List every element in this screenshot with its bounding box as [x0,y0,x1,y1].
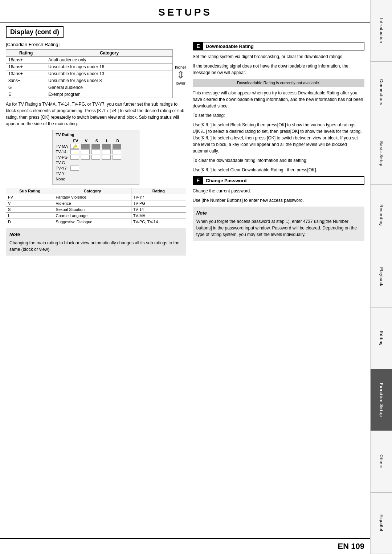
canadian-rating-table: Rating Category 18ans+Adult audience onl… [6,49,173,98]
section-e-text2: If the broadcasting signal does not have… [193,63,364,76]
page-title: SETUPS [0,0,370,23]
sub-rating-cell: V [6,200,54,207]
section-f-text2: Use [the Number Buttons] to enter new ac… [193,197,364,204]
sub-col-rating: Rating [131,188,186,194]
sub-rating-cell: TV-Y7 [131,194,186,200]
tv-14-fv [70,149,79,154]
sub-rating-cell: TV-14 [131,207,186,213]
lower-label: lower [176,81,185,85]
tv-col-empty [56,138,70,143]
tv-pg-s [91,155,100,160]
sidebar-tab-recording[interactable]: Recording [371,185,392,247]
section-e-info-box: Downloadable Rating is currently not ava… [193,79,364,87]
tv-pg-label: TV-PG [56,155,70,160]
canadian-rating-row-category: General audience [46,84,173,91]
page-number: EN 109 [338,542,364,551]
tv-14-d [113,149,121,154]
section-e-text3: This message will also appear when you t… [193,90,364,109]
note-text-left: Changing the main rating to block or vie… [9,240,183,253]
tv-y-label: TV-Y [56,171,70,176]
note-box-right: Note When you forget the access password… [193,207,364,241]
canadian-rating-row-rating: 16ans+ [6,64,46,70]
sub-col-category: Category [54,188,131,194]
section-f-badge: F [193,177,203,184]
sub-rating-cell: Fantasy Violence [54,194,131,200]
canadian-rating-row-category: Unsuitable for ages under 8 [46,77,173,84]
sidebar-tab-function-setup[interactable]: Function Setup [371,369,392,431]
note-title-left: Note [9,231,183,238]
tv-g-label: TV-G [56,160,70,165]
tv-pg-d [113,155,121,160]
sub-rating-cell: TV-PG, TV-14 [131,219,186,225]
section-title: Display (cont d) [6,26,64,38]
section-f-text1: Change the current password. [193,188,364,194]
section-e-to-set-text: Use[K /L ] to select Block Setting then … [193,122,364,154]
section-e-to-clear-title: To clear the downloadable rating informa… [193,157,364,164]
tv-14-s [91,149,100,154]
sub-rating-cell: Suggestive Dialogue [54,219,131,225]
tv-14-l [102,149,111,154]
sub-rating-cell: S [6,207,54,213]
tv-ma-s [91,144,100,149]
tv-g-empty [70,160,123,165]
tv-col-l: L [102,138,112,143]
sidebar-tab-editing[interactable]: Editing [371,308,392,370]
sub-rating-cell: FV [6,194,54,200]
section-e-badge: E [193,42,203,50]
tv-none-label: None [56,176,70,182]
tv-col-d: D [113,138,123,143]
sub-rating-cell: L [6,213,54,219]
tv-col-s: S [91,138,102,143]
note-box-left: Note Changing the main rating to block o… [6,228,186,256]
sidebar-tab-connections[interactable]: Connections [371,62,392,123]
sidebar-tab-others[interactable]: Others [371,431,392,493]
tv-14-v [81,149,90,154]
tv-ma-v [81,144,90,149]
canadian-rating-row-category: Unsuitable for ages under 13 [46,70,173,77]
tv-ma-d [113,144,121,149]
note-text-right: When you forget the access password at s… [196,218,361,238]
tv-14-label: TV-14 [56,149,70,154]
sub-rating-cell: TV-PG [131,200,186,207]
tv-y7-label: TV-Y7 [56,166,70,171]
tv-ma-label: TV-MA [56,144,70,149]
sidebar-tab-basic-setup[interactable]: Basic Setup [371,123,392,185]
canadian-rating-row-rating: 13ans+ [6,70,46,77]
sub-rating-cell: D [6,219,54,225]
sidebar-tab-playback[interactable]: Playback [371,246,392,308]
sub-rating-table: Sub Rating Category Rating FVFantasy Vio… [6,188,186,225]
tv-y7-empty [81,166,123,171]
section-e-title: Downloadable Rating [206,44,254,49]
section-e-to-set-title: To set the rating: [193,112,364,119]
sidebar-tab-español[interactable]: Español [371,493,392,554]
higher-lower-indicator: higher ⇕ lower [175,65,186,85]
section-e-text1: Set the rating system via digital broadc… [193,53,364,60]
tv-col-fv: FV [70,138,81,143]
sub-rating-cell: Violence [54,200,131,207]
col-header-rating: Rating [6,50,46,57]
tv-ma-l [102,144,111,149]
tv-col-v: V [81,138,91,143]
canadian-rating-row-category: Adult audience only [46,57,173,64]
tv-rating-title: TV Rating [56,133,136,137]
tv-pg-fv [70,155,79,160]
canadian-rating-row-rating: 18ans+ [6,57,46,64]
section-f-header: F Change Password [193,176,364,185]
sidebar-tab-introduction[interactable]: Introduction [371,0,392,62]
sub-rating-cell: TV-MA [131,213,186,219]
tv-ma-fv: 🔑 [70,144,79,149]
canadian-rating-row-rating: 8ans+ [6,77,46,84]
canadian-rating-row-rating: E [6,91,46,98]
page-number-bar: EN 109 [0,538,370,554]
tv-rating-grid: FV V S L D TV-MA 🔑 TV-14 [56,138,136,182]
section-e-to-clear-text: Use[K /L ] to select Clear Downloadable … [193,167,364,173]
tv-rating-box: TV Rating FV V S L D TV-MA 🔑 [52,130,139,185]
canadian-rating-row-rating: G [6,84,46,91]
sub-rating-cell: Coarse Language [54,213,131,219]
canadian-rating-label: [Canadian French Rating] [6,42,186,47]
sidebar: IntroductionConnectionsBasic SetupRecord… [370,0,392,554]
higher-label: higher [175,65,186,69]
tv-y-empty [70,171,123,176]
sub-col-sub: Sub Rating [6,188,54,194]
body-text-1: As for TV Rating s TV-MA, TV-14, TV-PG, … [6,101,186,127]
